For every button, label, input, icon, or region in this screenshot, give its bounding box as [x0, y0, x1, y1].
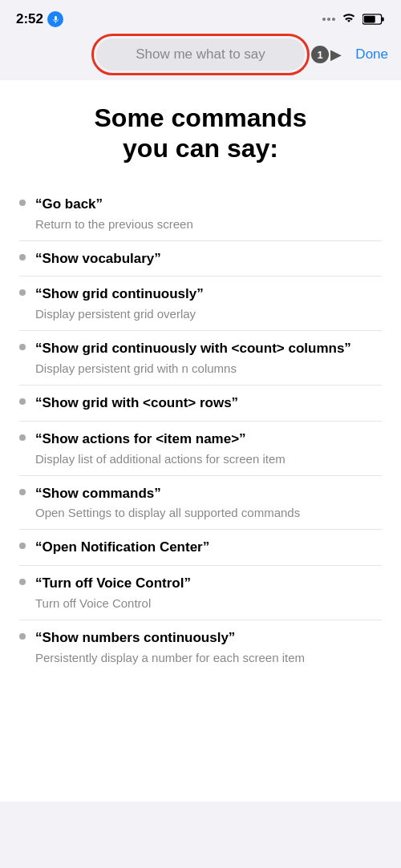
command-desc: Display persistent grid with n columns — [35, 360, 382, 377]
command-title: “Turn off Voice Control” — [35, 574, 382, 593]
wifi-icon — [342, 14, 356, 25]
status-bar: 2:52 — [0, 0, 401, 32]
command-title: “Show grid continuously” — [35, 285, 382, 304]
status-icons — [322, 14, 385, 25]
command-title: “Show grid with <count> rows” — [35, 394, 382, 413]
command-text-block: “Turn off Voice Control”Turn off Voice C… — [35, 574, 382, 612]
badge-button[interactable]: 1 ▶ — [311, 46, 342, 63]
command-text-block: “Show numbers continuously”Persistently … — [35, 628, 382, 666]
list-item: “Show actions for <item name>”Display li… — [19, 422, 382, 476]
command-title: “Show actions for <item name>” — [35, 430, 382, 449]
bullet-icon — [19, 579, 26, 585]
list-item: “Show commands”Open Settings to display … — [19, 476, 382, 531]
mic-svg — [51, 15, 60, 24]
command-desc: Return to the previous screen — [35, 216, 382, 232]
badge-count: 1 — [311, 46, 329, 63]
battery-icon — [363, 14, 385, 25]
list-item: “Turn off Voice Control”Turn off Voice C… — [19, 566, 382, 620]
command-desc: Display persistent grid overlay — [35, 305, 382, 322]
svg-rect-1 — [382, 17, 384, 21]
command-desc: Display list of additional actions for s… — [35, 450, 382, 467]
list-item: “Show grid continuously”Display persiste… — [19, 277, 382, 331]
done-button[interactable]: Done — [355, 46, 388, 63]
command-title: “Open Notification Center” — [35, 538, 382, 557]
status-time-block: 2:52 — [16, 11, 63, 27]
bullet-icon — [19, 289, 26, 296]
command-title: “Go back” — [35, 195, 382, 214]
list-item: “Show grid with <count> rows” — [19, 386, 382, 422]
bullet-icon — [19, 344, 26, 350]
bullet-icon — [19, 543, 26, 549]
search-bar-wrapper: Show me what to say 1 ▶ — [96, 38, 305, 71]
command-text-block: “Show grid continuously with <count> col… — [35, 339, 382, 377]
list-item: “Show numbers continuously”Persistently … — [19, 620, 382, 674]
command-desc: Persistently display a number for each s… — [35, 649, 382, 666]
list-item: “Show grid continuously with <count> col… — [19, 331, 382, 386]
bullet-icon — [19, 200, 26, 206]
command-text-block: “Show commands”Open Settings to display … — [35, 484, 382, 522]
command-text-block: “Show actions for <item name>”Display li… — [35, 430, 382, 467]
command-text-block: “Show vocabulary” — [35, 249, 382, 268]
command-text-block: “Open Notification Center” — [35, 538, 382, 557]
command-title: “Show numbers continuously” — [35, 628, 382, 648]
page-title: Some commandsyou can say: — [19, 103, 382, 164]
command-title: “Show commands” — [35, 484, 382, 503]
command-title: “Show vocabulary” — [35, 249, 382, 268]
bullet-icon — [19, 633, 26, 640]
command-text-block: “Show grid continuously”Display persiste… — [35, 285, 382, 322]
header: Show me what to say 1 ▶ Done — [0, 32, 401, 80]
signal-icon — [322, 18, 335, 21]
command-title: “Show grid continuously with <count> col… — [35, 339, 382, 358]
command-desc: Turn off Voice Control — [35, 595, 382, 612]
command-text-block: “Go back”Return to the previous screen — [35, 195, 382, 232]
list-item: “Go back”Return to the previous screen — [19, 187, 382, 241]
commands-list: “Go back”Return to the previous screen“S… — [19, 187, 382, 674]
bullet-icon — [19, 398, 26, 405]
command-text-block: “Show grid with <count> rows” — [35, 394, 382, 413]
bullet-icon — [19, 254, 26, 260]
main-content: Some commandsyou can say: “Go back”Retur… — [0, 80, 401, 801]
list-item: “Open Notification Center” — [19, 530, 382, 566]
bullet-icon — [19, 489, 26, 495]
list-item: “Show vocabulary” — [19, 241, 382, 277]
badge-arrow-icon: ▶ — [330, 46, 342, 63]
mic-status-icon — [47, 11, 63, 27]
command-desc: Open Settings to display all supported c… — [35, 504, 382, 521]
svg-rect-2 — [364, 16, 375, 23]
time-display: 2:52 — [16, 11, 43, 27]
voice-search-bar[interactable]: Show me what to say — [96, 38, 305, 71]
bullet-icon — [19, 434, 26, 441]
